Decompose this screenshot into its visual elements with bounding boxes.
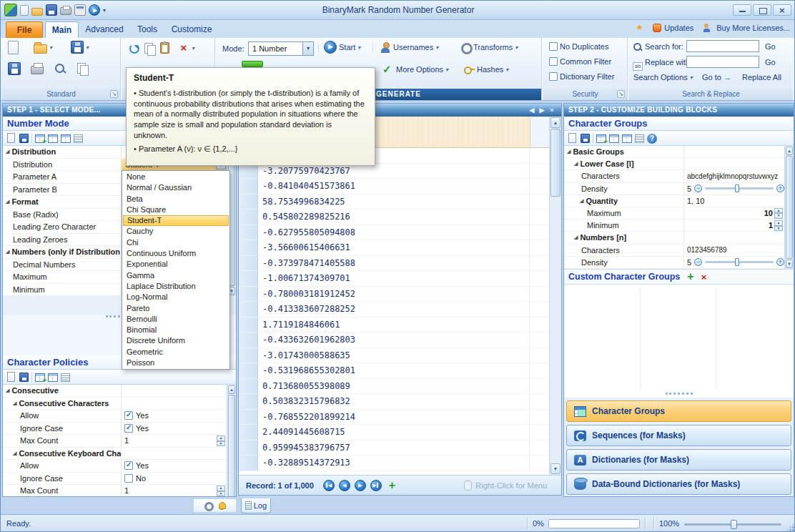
nav-databound-dictionaries-button[interactable]: Data-Bound Dictionaries (for Masks)	[566, 473, 791, 495]
property-row[interactable]: Ignore Case Yes	[3, 423, 227, 435]
zoom-slider-thumb[interactable]	[731, 520, 737, 529]
new-icon[interactable]	[7, 372, 15, 382]
delete-custom-group-button[interactable]: ×	[701, 272, 707, 282]
delete-button[interactable]: ×	[178, 42, 194, 54]
result-row[interactable]: -3.01743000588635	[239, 348, 561, 364]
density-slider[interactable]	[705, 187, 774, 189]
table-icon[interactable]	[48, 134, 58, 143]
dropdown-item[interactable]: Normal / Gaussian	[123, 182, 229, 193]
row-selector[interactable]	[239, 225, 258, 241]
property-row[interactable]: Max Count 1 ▲▼	[3, 435, 227, 448]
security-dialog-launcher-icon[interactable]	[617, 90, 625, 98]
property-row[interactable]: Maximum 10 ▲▼	[564, 207, 784, 220]
spinner-icon[interactable]: ▲▼	[774, 208, 783, 219]
max-count-stepper[interactable]: 1 ▲▼	[122, 485, 227, 497]
start-icon[interactable]	[89, 4, 100, 16]
new-document-button[interactable]	[8, 41, 19, 57]
result-row[interactable]: 0.545802289825216	[239, 210, 561, 225]
open-button[interactable]	[34, 41, 52, 54]
dropdown-item[interactable]: Binomial	[123, 325, 229, 335]
nav-character-groups-button[interactable]: Character Groups	[566, 400, 791, 422]
dropdown-item[interactable]: Log-Normal	[123, 292, 229, 302]
spinner-icon[interactable]: ▲▼	[217, 486, 225, 496]
dropdown-item[interactable]: Pareto	[123, 303, 229, 314]
row-selector[interactable]	[239, 256, 258, 272]
minimum-stepper[interactable]: 1 ▲▼	[684, 220, 784, 231]
search-for-input[interactable]	[686, 40, 759, 52]
save-icon[interactable]	[19, 373, 29, 382]
property-row[interactable]: Lower Case [l]	[564, 158, 784, 170]
panel-prev-icon[interactable]: ◀	[527, 104, 537, 117]
dropdown-item[interactable]: Chi	[123, 237, 229, 248]
save-button[interactable]	[71, 41, 89, 54]
ignore-case-checkbox[interactable]: Yes	[122, 423, 227, 435]
result-row[interactable]: 0.959945383796757	[239, 440, 561, 456]
density-increase-button[interactable]: +	[776, 184, 784, 192]
property-row[interactable]: Consecutive	[3, 385, 227, 398]
hashes-button[interactable]: Hashes	[463, 64, 508, 75]
first-record-button[interactable]: ◀	[323, 480, 335, 491]
result-row[interactable]: -0.32889514372913	[239, 455, 561, 471]
result-row[interactable]: -0.780003181912452	[239, 287, 561, 302]
property-row[interactable]: Characters 0123456789	[564, 245, 784, 257]
collapse-icon[interactable]	[574, 161, 578, 167]
row-selector[interactable]	[239, 440, 258, 456]
collapse-icon[interactable]	[6, 249, 9, 255]
scrollbar-thumb[interactable]	[228, 395, 235, 497]
scrollbar[interactable]	[784, 146, 794, 269]
row-selector[interactable]	[239, 179, 258, 194]
save-icon[interactable]	[46, 4, 57, 16]
copy-button[interactable]	[76, 62, 89, 78]
transforms-button[interactable]: Transforms	[460, 41, 518, 53]
new-icon[interactable]	[7, 133, 15, 143]
row-selector[interactable]	[239, 287, 258, 302]
row-selector[interactable]	[239, 455, 258, 471]
no-duplicates-checkbox[interactable]: No Duplicates	[549, 42, 608, 51]
property-row[interactable]: Basic Groups	[564, 146, 784, 158]
dropdown-item[interactable]: Beta	[123, 194, 229, 205]
collapse-icon[interactable]	[13, 400, 16, 406]
allow-checkbox[interactable]: Yes	[122, 410, 227, 422]
print-icon[interactable]	[60, 7, 71, 15]
add-custom-group-button[interactable]: +	[687, 270, 693, 283]
add-record-button[interactable]: +	[389, 479, 395, 492]
dropdown-item[interactable]: Poisson	[123, 358, 229, 368]
scroll-up-icon[interactable]	[228, 385, 235, 394]
row-selector[interactable]	[239, 348, 258, 364]
slider-thumb[interactable]	[735, 184, 739, 192]
row-selector[interactable]	[239, 317, 258, 333]
buy-licenses-link[interactable]: Buy More Licenses...	[703, 24, 790, 32]
mode-combobox[interactable]: 1 Number	[248, 41, 314, 56]
property-row[interactable]: Consecutive Keyboard Cha	[3, 448, 227, 460]
next-record-button[interactable]: ▶	[355, 480, 366, 491]
scroll-up-icon[interactable]	[786, 147, 793, 155]
dropdown-item[interactable]: None	[123, 172, 229, 182]
tab-tools[interactable]: Tools	[130, 21, 164, 38]
property-row[interactable]: Ignore Case No	[3, 473, 227, 486]
dropdown-item[interactable]: Geometric	[123, 347, 229, 358]
add-row-icon[interactable]	[35, 373, 45, 382]
collapse-icon[interactable]	[6, 388, 9, 393]
max-count-stepper[interactable]: 1 ▲▼	[122, 435, 227, 447]
result-row[interactable]: 58.7534996834225	[239, 194, 561, 210]
notifications-bell-icon[interactable]	[217, 501, 226, 510]
maximum-stepper[interactable]: 10 ▲▼	[684, 207, 784, 219]
dropdown-item[interactable]: Exponential	[123, 259, 229, 270]
density-decrease-button[interactable]: −	[694, 258, 702, 266]
row-selector[interactable]	[239, 379, 258, 395]
new-icon[interactable]	[20, 5, 29, 16]
row-selector[interactable]	[239, 394, 258, 410]
list-icon[interactable]	[74, 134, 83, 143]
search-options-button[interactable]: Search Options	[633, 73, 693, 82]
tab-file[interactable]: File	[6, 21, 43, 38]
tab-main[interactable]: Main	[45, 21, 79, 38]
row-selector[interactable]	[239, 210, 258, 225]
panel-close-icon[interactable]: ×	[547, 104, 557, 117]
dictionary-filter-checkbox[interactable]: Dictionary Filter	[549, 72, 614, 81]
resize-grip[interactable]	[786, 523, 794, 531]
scroll-up-icon[interactable]	[550, 117, 561, 128]
result-row[interactable]: 0.503832315796832	[239, 394, 561, 410]
tab-customize[interactable]: Customize	[167, 21, 217, 38]
export-button[interactable]	[8, 62, 21, 78]
property-row[interactable]: Density 5 − +	[564, 183, 784, 195]
